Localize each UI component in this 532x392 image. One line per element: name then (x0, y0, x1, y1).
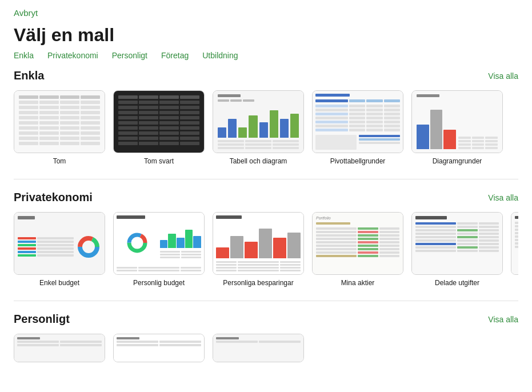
section-enkla-see-all[interactable]: Visa alla (488, 71, 518, 81)
template-mina-aktier-thumbnail: Portfolio (312, 212, 403, 275)
divider-1 (14, 179, 518, 179)
template-personlig-budget-label: Personlig budget (133, 279, 185, 287)
category-foretag[interactable]: Företag (161, 51, 189, 60)
template-personliga-besparingar-thumbnail (213, 212, 304, 275)
template-personlig-budget[interactable]: Personlig budget (113, 212, 205, 287)
template-diagramgrunder[interactable]: Diagramgrunder (411, 90, 503, 165)
section-enkla: Enkla Visa alla (0, 69, 532, 179)
template-tabell-diagram-thumbnail (213, 90, 304, 153)
template-tom-svart-label: Tom svart (144, 157, 174, 165)
section-personligt-title: Personligt (14, 313, 70, 326)
template-personligt-2-thumbnail (113, 334, 205, 362)
category-nav: Enkla Privatekonomi Personligt Företag U… (0, 51, 532, 69)
section-privatekonomi-title: Privatekonomi (14, 191, 93, 204)
template-nettovarde-thumbnail (511, 212, 518, 275)
template-diagramgrunder-label: Diagramgrunder (433, 157, 482, 165)
privatekonomi-templates-row: Enkel budget (14, 212, 518, 287)
template-personliga-besparingar-label: Personliga besparingar (223, 279, 293, 287)
template-tom[interactable]: Tom (14, 90, 105, 165)
donut-chart-monthly-icon (126, 231, 149, 254)
template-tom-svart[interactable]: Tom svart (113, 90, 205, 165)
template-pivottabell-label: Pivottabellgrunder (330, 157, 386, 165)
template-mina-aktier-label: Mina aktier (341, 279, 375, 287)
template-pivottabell[interactable]: Pivottabellgrunder (312, 90, 403, 165)
section-personligt: Personligt Visa alla (0, 313, 532, 380)
category-enkla[interactable]: Enkla (14, 51, 34, 60)
template-personligt-3[interactable] (213, 334, 304, 366)
section-privatekonomi-see-all[interactable]: Visa alla (488, 193, 518, 202)
template-delade-utgifter-thumbnail (411, 212, 503, 275)
page-title: Välj en mall (0, 22, 532, 51)
template-tom-thumbnail (14, 90, 105, 153)
divider-2 (14, 301, 518, 301)
template-personligt-1[interactable] (14, 334, 105, 366)
template-personligt-3-thumbnail (213, 334, 304, 362)
template-mina-aktier[interactable]: Portfolio (312, 212, 403, 287)
category-personligt[interactable]: Personligt (112, 51, 147, 60)
section-personligt-see-all[interactable]: Visa alla (488, 315, 518, 324)
template-enkel-budget-label: Enkel budget (39, 279, 79, 287)
template-delade-utgifter[interactable]: Delade utgifter (411, 212, 503, 287)
donut-chart-icon (76, 234, 101, 259)
template-enkel-budget[interactable]: Enkel budget (14, 212, 105, 287)
template-diagramgrunder-thumbnail (411, 90, 503, 153)
category-utbildning[interactable]: Utbildning (202, 51, 238, 60)
svg-point-3 (85, 243, 93, 251)
section-privatekonomi: Privatekonomi Visa alla (0, 191, 532, 301)
personligt-templates-row (14, 334, 518, 366)
template-delade-utgifter-label: Delade utgifter (435, 279, 479, 287)
template-tom-svart-thumbnail (113, 90, 205, 153)
template-personligt-2[interactable] (113, 334, 205, 366)
template-pivottabell-thumbnail (312, 90, 403, 153)
template-tabell-diagram[interactable]: Tabell och diagram (213, 90, 304, 165)
category-privatekonomi[interactable]: Privatekonomi (47, 51, 98, 60)
template-personliga-besparingar[interactable]: Personliga besparingar (213, 212, 304, 287)
cancel-button[interactable]: Avbryt (14, 8, 38, 18)
template-tabell-diagram-label: Tabell och diagram (230, 157, 287, 165)
template-personlig-budget-thumbnail (113, 212, 205, 275)
template-nettovarde[interactable]: Nettovär… (511, 212, 518, 287)
section-enkla-title: Enkla (14, 69, 44, 82)
template-tom-label: Tom (53, 157, 66, 165)
svg-point-7 (133, 239, 141, 247)
template-enkel-budget-thumbnail (14, 212, 105, 275)
enkla-templates-row: Tom (14, 90, 518, 165)
template-personligt-1-thumbnail (14, 334, 105, 362)
